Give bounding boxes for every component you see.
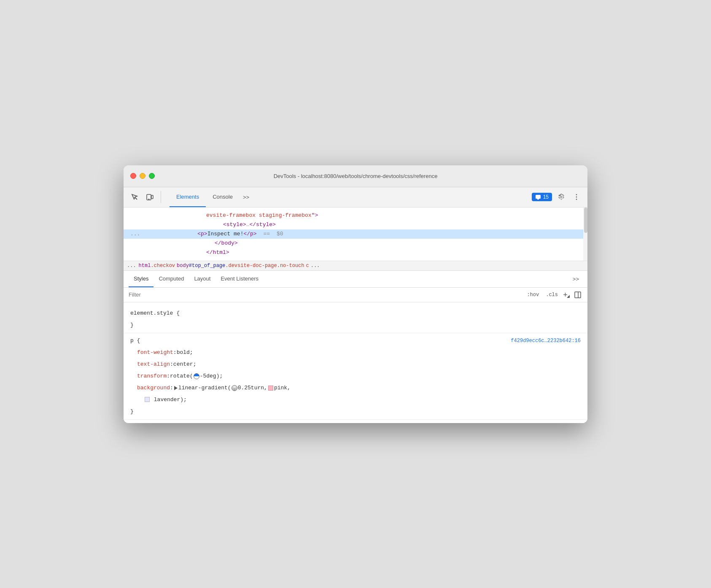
html-line-4: </html>	[124, 248, 587, 257]
expand-background-icon[interactable]	[174, 386, 178, 390]
css-rule-p: p { f429d9ecc6c…2232b642:16 font-weight …	[124, 333, 587, 420]
inspect-icon[interactable]	[129, 191, 140, 203]
svg-rect-2	[151, 195, 153, 199]
title-bar: DevTools - localhost:8080/web/tools/chro…	[124, 165, 587, 187]
device-toggle-icon[interactable]	[144, 191, 156, 203]
svg-point-8	[576, 199, 577, 200]
svg-point-6	[576, 194, 577, 195]
divider	[161, 191, 161, 203]
css-prop-background: background : linear-gradient( 0.25turn, …	[124, 382, 587, 394]
css-prop-font-weight: font-weight : bold ;	[124, 347, 587, 359]
add-rule-button[interactable]: + ◢	[562, 290, 571, 299]
close-button[interactable]	[130, 173, 136, 179]
minimize-button[interactable]	[140, 173, 145, 179]
angle-icon[interactable]	[194, 373, 199, 379]
breadcrumb-c[interactable]: c	[306, 263, 309, 269]
svg-point-7	[576, 197, 577, 198]
breadcrumb-body-id: #top_of_page	[189, 263, 225, 269]
html-scrollbar[interactable]	[583, 208, 587, 261]
gradient-angle-icon[interactable]	[232, 385, 237, 391]
tab-console[interactable]: Console	[206, 187, 240, 207]
breadcrumb-body-class: .devsite-doc-page.no-touch	[225, 263, 304, 269]
html-attr-value: evsite-framebox staging-framebox	[130, 212, 312, 218]
css-selector-element-style: element.style {	[124, 307, 587, 319]
pink-swatch[interactable]	[268, 386, 273, 391]
css-selector-text: element.style {	[130, 308, 180, 318]
html-line-3: </body>	[124, 239, 587, 248]
css-close-element-style: }	[124, 319, 587, 331]
svg-line-0	[135, 197, 137, 200]
html-line-1: evsite-framebox staging-framebox">	[124, 211, 587, 220]
filter-input[interactable]	[129, 291, 521, 298]
devtools-toolbar: Elements Console >> 15	[124, 187, 587, 208]
gear-icon[interactable]	[555, 191, 567, 203]
css-background-continuation: lavender);	[124, 394, 587, 406]
breadcrumb-html[interactable]: html	[139, 263, 151, 269]
svg-rect-9	[575, 292, 581, 298]
traffic-lights	[130, 173, 155, 179]
filter-bar: :hov .cls + ◢	[124, 288, 587, 302]
cls-button[interactable]: .cls	[543, 291, 560, 299]
svg-marker-5	[537, 199, 539, 200]
maximize-button[interactable]	[149, 173, 155, 179]
svg-rect-4	[536, 195, 541, 199]
notification-badge[interactable]: 15	[532, 193, 552, 201]
filter-buttons: :hov .cls + ◢	[524, 290, 582, 299]
css-prop-transform: transform : rotate( -5deg) ;	[124, 370, 587, 382]
panel-tabs: Elements Console >>	[170, 187, 253, 207]
devtools-window: DevTools - localhost:8080/web/tools/chro…	[124, 165, 587, 423]
html-scrollbar-thumb[interactable]	[584, 208, 587, 233]
svg-point-3	[148, 199, 149, 200]
html-line-2: <style>…</style>	[124, 220, 587, 229]
tab-styles[interactable]: Styles	[129, 270, 154, 287]
css-panel: element.style { } p { f429d9ecc6c…2232b6…	[124, 302, 587, 423]
notification-count: 15	[543, 194, 549, 200]
devtools-panel: Elements Console >> 15	[124, 187, 587, 423]
css-selector-p: p {	[130, 336, 140, 346]
tab-elements[interactable]: Elements	[170, 187, 206, 207]
html-line-selected[interactable]: ... <p>Inspect me!</p> == $0	[124, 229, 587, 239]
css-close-p: }	[124, 406, 587, 418]
breadcrumb-body[interactable]: body	[177, 263, 189, 269]
tab-computed[interactable]: Computed	[154, 270, 189, 287]
tab-more[interactable]: >>	[240, 187, 253, 207]
css-source-link[interactable]: f429d9ecc6c…2232b642:16	[511, 336, 581, 346]
css-rule-element-style: element.style { }	[124, 306, 587, 333]
more-vertical-icon[interactable]	[571, 191, 582, 203]
tab-event-listeners[interactable]: Event Listeners	[215, 270, 264, 287]
css-prop-text-align: text-align : center ;	[124, 359, 587, 370]
html-panel: evsite-framebox staging-framebox"> <styl…	[124, 208, 587, 261]
style-panel-tabs: Styles Computed Layout Event Listeners >…	[124, 271, 587, 288]
toggle-panel-button[interactable]	[573, 290, 582, 299]
css-selector-p-line: p { f429d9ecc6c…2232b642:16	[124, 335, 587, 347]
toolbar-right: 15	[532, 191, 582, 203]
style-tabs-more[interactable]: >>	[569, 276, 582, 282]
lavender-swatch[interactable]	[145, 397, 150, 402]
breadcrumb-more[interactable]: ...	[311, 263, 320, 269]
hov-button[interactable]: :hov	[524, 291, 541, 299]
breadcrumb-bar: ... html.checkov body#top_of_page.devsit…	[124, 261, 587, 271]
tab-layout[interactable]: Layout	[189, 270, 215, 287]
window-title: DevTools - localhost:8080/web/tools/chro…	[274, 173, 438, 179]
breadcrumb-dots[interactable]: ...	[127, 263, 136, 269]
breadcrumb-html-class: .checkov	[151, 263, 175, 269]
